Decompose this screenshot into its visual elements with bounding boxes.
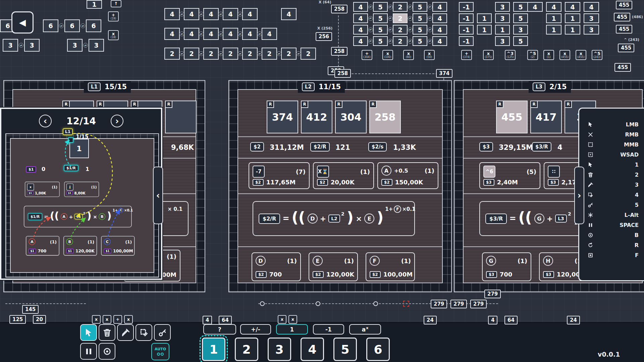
value-chip[interactable]: 20 xyxy=(33,315,46,324)
number-cell[interactable]: 5 xyxy=(413,2,427,12)
value-chip[interactable]: 24 xyxy=(424,316,437,324)
variable-card[interactable]: E(1) $2120,00K xyxy=(309,252,358,281)
value-chip[interactable]: 256 xyxy=(316,32,332,41)
pause-button[interactable] xyxy=(80,343,97,360)
number-cell[interactable]: 5 xyxy=(373,2,388,12)
number-cell[interactable]: 2 xyxy=(242,48,258,60)
value-chip[interactable]: 258 xyxy=(331,5,347,13)
value-chip[interactable]: 455 xyxy=(616,25,632,34)
number-cell[interactable]: 5 xyxy=(413,25,427,35)
number-cell[interactable]: 4 xyxy=(565,2,580,12)
value-chip[interactable]: 455 xyxy=(618,44,634,52)
operator-chip[interactable]: ^3(125) xyxy=(505,50,516,60)
number-cell[interactable]: 4 xyxy=(353,13,368,23)
operator-chip[interactable]: x(100) xyxy=(382,50,393,60)
pick-tool[interactable] xyxy=(117,324,134,341)
number-cell[interactable]: 2 xyxy=(184,48,199,60)
number-cell[interactable]: 5 xyxy=(413,36,427,46)
next-page-button[interactable]: › xyxy=(111,115,123,127)
number-cell[interactable]: -1 xyxy=(459,25,474,35)
variable-card[interactable]: D(1) $2700 xyxy=(252,252,301,281)
variable-card[interactable]: F(1) $2100,00M xyxy=(366,252,415,281)
number-cell[interactable]: 5 xyxy=(373,25,388,35)
value-chip[interactable]: 279 xyxy=(484,290,501,298)
upgrade-card[interactable]: x(1) $11,00K xyxy=(25,182,60,197)
value-chip[interactable]: 258 xyxy=(331,47,347,56)
operator-chip[interactable]: x(375) xyxy=(483,50,494,60)
number-cell[interactable]: 4 xyxy=(203,28,219,40)
operator-chip[interactable]: +(304) xyxy=(362,50,372,60)
auto-toggle[interactable]: AUTO xyxy=(151,343,169,360)
number-cell[interactable]: 4 xyxy=(281,8,297,20)
number-cell[interactable]: 5 xyxy=(513,13,528,23)
number-cell[interactable]: 4 xyxy=(242,8,258,20)
operator-chip[interactable]: +(374) xyxy=(461,50,472,60)
number-cell[interactable]: 4 xyxy=(432,25,447,35)
operator-chip[interactable]: x xyxy=(288,315,297,324)
number-cell[interactable]: 4 xyxy=(584,2,599,12)
number-cell[interactable]: 4 xyxy=(527,2,543,12)
number-cell[interactable]: 1 xyxy=(477,25,492,35)
number-cell[interactable]: 2 xyxy=(301,48,316,60)
upgrade-card[interactable]: X⌛(1) $220,00K xyxy=(313,162,374,189)
number-cell[interactable]: 4 xyxy=(223,8,238,20)
value-chip[interactable]: 455 xyxy=(614,13,630,21)
value-chip[interactable]: 455 xyxy=(614,63,631,72)
number-cell[interactable]: 2 xyxy=(203,48,219,60)
number-cell[interactable]: 5 xyxy=(513,36,528,46)
number-cell[interactable]: 4 xyxy=(164,8,180,20)
number-cell[interactable]: 3 xyxy=(495,13,510,23)
number-cell[interactable]: -1 xyxy=(459,13,474,23)
area-pick-tool[interactable] xyxy=(136,324,152,341)
number-cell[interactable]: 1 xyxy=(495,25,510,35)
value-chip[interactable]: 145 xyxy=(22,305,39,314)
mode-button-1[interactable]: 1 xyxy=(276,324,308,335)
number-cell[interactable]: 1 xyxy=(477,13,492,23)
number-cell[interactable]: 4 xyxy=(432,2,447,12)
mode-button--1[interactable]: -1 xyxy=(313,324,344,335)
value-chip[interactable]: 4 xyxy=(488,316,497,324)
operator-chip[interactable]: x(455) xyxy=(576,50,586,60)
collapse-popup-handle[interactable]: ‹ xyxy=(153,167,163,224)
record-button[interactable] xyxy=(99,343,115,360)
value-chip[interactable]: 24 xyxy=(567,316,580,324)
upgrade-card[interactable]: -7(7) $2117,65M xyxy=(249,162,310,189)
operator-chip[interactable]: x xyxy=(92,315,101,324)
value-chip[interactable]: 64 xyxy=(504,316,518,324)
number-cell[interactable]: 2 xyxy=(281,48,297,60)
number-cell[interactable]: 2 xyxy=(223,48,238,60)
operator-chip[interactable]: x(455) xyxy=(559,50,570,60)
number-cell[interactable]: 1 xyxy=(546,25,561,35)
number-cell[interactable]: 3 xyxy=(495,2,510,12)
number-cell[interactable]: 3 xyxy=(67,39,83,52)
upgrade-card[interactable]: ^6(5) $32,40M xyxy=(479,162,540,189)
select-tool[interactable] xyxy=(80,324,97,341)
number-cell[interactable]: 3 xyxy=(89,39,104,52)
back-button[interactable]: ◀ xyxy=(11,11,34,34)
resource-cell-selected[interactable]: R258 xyxy=(369,101,401,133)
number-button-5[interactable]: 5 xyxy=(333,338,357,361)
operator-chip[interactable]: x(60) xyxy=(403,50,414,60)
number-cell[interactable]: 6 xyxy=(64,19,80,32)
number-cell[interactable]: 6 xyxy=(43,19,58,32)
number-cell[interactable]: 4 xyxy=(203,8,219,20)
number-cell[interactable]: 2 xyxy=(393,2,408,12)
number-cell[interactable]: 2 xyxy=(393,36,408,46)
value-chip[interactable]: 374 xyxy=(436,69,452,78)
number-cell[interactable]: 4 xyxy=(242,28,258,40)
value-chip[interactable]: 455 xyxy=(616,1,632,9)
number-cell[interactable]: 4 xyxy=(353,36,368,46)
number-cell[interactable]: 4 xyxy=(546,2,561,12)
variable-card[interactable]: A(1) $1700 xyxy=(26,236,59,255)
delete-tool[interactable] xyxy=(99,324,115,341)
number-cell[interactable]: 3 xyxy=(495,36,510,46)
number-cell[interactable]: 3 xyxy=(584,13,599,23)
operator-chip[interactable]: ^5(2) xyxy=(527,50,538,60)
collapse-keybinds-handle[interactable]: › xyxy=(574,167,584,224)
value-chip[interactable]: 258 xyxy=(334,69,351,78)
value-chip[interactable]: 64 xyxy=(219,316,232,324)
resource-cell[interactable]: R412 xyxy=(301,101,332,133)
number-button-3[interactable]: 3 xyxy=(268,338,291,361)
number-cell[interactable]: 3 xyxy=(584,25,599,35)
number-cell[interactable]: 4 xyxy=(432,36,447,46)
